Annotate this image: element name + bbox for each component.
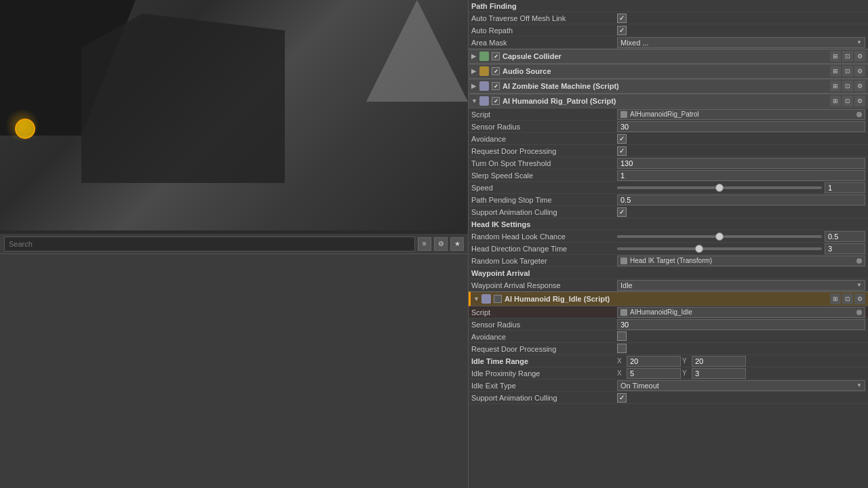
area-mask-dropdown[interactable]: Mixed ... ▼ [617, 37, 865, 48]
random-head-input[interactable] [825, 231, 865, 242]
waypoint-response-dropdown[interactable]: Idle ▼ [617, 280, 865, 291]
patrol-slerp-input[interactable] [617, 170, 865, 181]
expand-zombie-icon[interactable]: ▶ [471, 83, 479, 89]
patrol-speed-input[interactable] [825, 182, 865, 193]
audio-settings-btn[interactable]: ⚙ [854, 66, 865, 77]
idle-avoidance-checkbox[interactable] [617, 331, 627, 341]
capsule-collider-header[interactable]: ▶ Capsule Collider ⊞ ⊡ ⚙ [469, 49, 868, 64]
patrol-turn-input[interactable] [617, 158, 865, 169]
idle-prox-y-input[interactable] [692, 368, 746, 379]
random-head-row: Random Head Look Chance [469, 230, 868, 243]
idle-script-ref[interactable]: AIHumanoidRig_Idle [617, 307, 865, 318]
patrol-door-row: Request Door Processing [469, 145, 868, 157]
patrol-sensor-value [617, 121, 865, 132]
idle-sensor-input[interactable] [617, 319, 865, 330]
audio-window-btn[interactable]: ⊡ [842, 66, 853, 77]
capsule-collider-window-btn[interactable]: ⊡ [842, 51, 853, 62]
auto-traverse-row: Auto Traverse Off Mesh Link [469, 12, 868, 24]
idle-proximity-xy: X Y [617, 368, 865, 379]
idle-exit-dropdown-arrow: ▼ [856, 382, 862, 388]
patrol-avoidance-checkbox[interactable] [617, 134, 627, 144]
patrol-turn-value [617, 158, 865, 169]
random-head-thumb[interactable] [715, 232, 724, 241]
idle-anim-culling-checkbox[interactable] [617, 393, 627, 403]
head-dir-row: Head Direction Change Time [469, 243, 868, 255]
patrol-settings-btn[interactable]: ⚙ [854, 96, 865, 106]
patrol-turn-row: Turn On Spot Threshold [469, 157, 868, 169]
ai-patrol-header[interactable]: ▼ AI Humanoid Rig_Patrol (Script) ⊞ ⊡ ⚙ [469, 94, 868, 108]
patrol-anim-culling-checkbox[interactable] [617, 207, 627, 217]
area-mask-value[interactable]: Mixed ... ▼ [617, 37, 865, 48]
capsule-collider-expand-btn[interactable]: ⊞ [830, 51, 841, 62]
head-dir-thumb[interactable] [695, 245, 703, 253]
waypoint-arrival-header-row: Waypoint Arrival [469, 267, 868, 279]
zombie-expand-btn[interactable]: ⊞ [830, 81, 841, 92]
layers-icon[interactable]: ≡ [418, 237, 431, 251]
idle-prox-x-input[interactable] [627, 368, 681, 379]
area-mask-row: Area Mask Mixed ... ▼ [469, 37, 868, 49]
idle-time-x-input[interactable] [627, 356, 681, 367]
idle-script-picker[interactable] [856, 310, 862, 315]
zombie-settings-btn[interactable]: ⚙ [854, 81, 865, 92]
patrol-window-btn[interactable]: ⊡ [842, 96, 853, 106]
capsule-collider-label: Capsule Collider [502, 52, 561, 60]
head-dir-input[interactable] [825, 243, 865, 254]
patrol-speed-thumb[interactable] [715, 184, 724, 192]
zombie-window-btn[interactable]: ⊡ [842, 81, 853, 92]
capsule-collider-checkbox[interactable] [492, 52, 500, 60]
project-toolbar: ≡ ⚙ ★ [0, 234, 468, 488]
targeter-picker[interactable] [856, 258, 862, 264]
patrol-script-value: AIHumanoidRig_Patrol [617, 109, 865, 120]
patrol-sensor-input[interactable] [617, 121, 865, 132]
ai-patrol-label: AI Humanoid Rig_Patrol (Script) [502, 97, 616, 105]
random-look-targeter-ref[interactable]: Head IK Target (Transform) [617, 256, 865, 266]
audio-source-header[interactable]: ▶ Audio Source ⊞ ⊡ ⚙ [469, 64, 868, 79]
expand-audio-icon[interactable]: ▶ [471, 68, 479, 75]
patrol-speed-track[interactable] [617, 186, 822, 189]
idle-expand-btn[interactable]: ⊞ [830, 293, 841, 304]
random-head-label: Random Head Look Chance [471, 232, 617, 241]
audio-source-checkbox[interactable] [492, 67, 500, 75]
idle-door-row: Request Door Processing [469, 343, 868, 355]
audio-expand-btn[interactable]: ⊞ [830, 66, 841, 77]
ai-zombie-header[interactable]: ▶ AI Zombie State Machine (Script) ⊞ ⊡ ⚙ [469, 79, 868, 94]
idle-exit-type-dropdown[interactable]: On Timeout ▼ [617, 380, 865, 391]
expand-capsule-icon[interactable]: ▶ [471, 53, 479, 60]
ai-idle-checkbox[interactable] [494, 295, 502, 303]
settings-icon[interactable]: ⚙ [434, 237, 448, 251]
idle-settings-btn[interactable]: ⚙ [854, 293, 865, 304]
patrol-script-ref[interactable]: AIHumanoidRig_Patrol [617, 109, 865, 120]
ai-zombie-checkbox[interactable] [492, 82, 500, 90]
capsule-collider-actions: ⊞ ⊡ ⚙ [830, 51, 865, 62]
idle-exit-type-row: Idle Exit Type On Timeout ▼ [469, 380, 868, 392]
capsule-collider-settings-btn[interactable]: ⚙ [854, 51, 865, 62]
expand-idle-icon[interactable]: ▼ [473, 296, 481, 302]
idle-prox-y-label: Y [682, 369, 690, 377]
scene-view[interactable] [0, 0, 468, 230]
idle-door-value [617, 344, 865, 354]
ai-patrol-checkbox[interactable] [492, 97, 500, 105]
idle-time-y-input[interactable] [692, 356, 746, 367]
idle-exit-type-label: Idle Exit Type [471, 382, 617, 390]
expand-patrol-icon[interactable]: ▼ [471, 98, 479, 104]
star-icon[interactable]: ★ [450, 237, 464, 251]
random-look-targeter-value: Head IK Target (Transform) [617, 256, 865, 266]
search-input[interactable] [4, 237, 415, 251]
path-finding-label: Path Finding [471, 2, 617, 10]
patrol-door-checkbox[interactable] [617, 146, 627, 156]
idle-window-btn[interactable]: ⊡ [842, 293, 853, 304]
waypoint-arrival-label: Waypoint Arrival [471, 269, 617, 277]
patrol-script-picker[interactable] [856, 112, 862, 117]
idle-door-checkbox[interactable] [617, 344, 627, 353]
patrol-expand-btn[interactable]: ⊞ [830, 96, 841, 106]
ai-idle-header[interactable]: ▼ AI Humanoid Rig_Idle (Script) ⊞ ⊡ ⚙ [469, 291, 868, 306]
auto-repath-checkbox[interactable] [617, 26, 627, 35]
patrol-pending-input[interactable] [617, 195, 865, 205]
patrol-door-value [617, 146, 865, 156]
auto-traverse-checkbox[interactable] [617, 14, 627, 23]
random-head-fill [617, 235, 719, 238]
head-dir-track[interactable] [617, 247, 822, 250]
random-head-track[interactable] [617, 235, 822, 238]
path-finding-header-row: Path Finding [469, 0, 868, 12]
area-mask-label: Area Mask [471, 39, 617, 47]
